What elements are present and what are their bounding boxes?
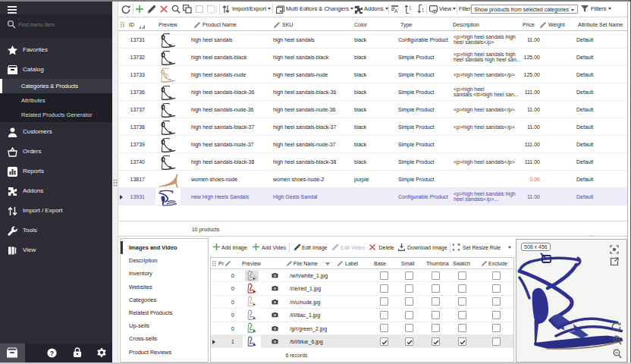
svg-text:A: A bbox=[394, 8, 398, 13]
svg-text:?: ? bbox=[50, 350, 54, 357]
